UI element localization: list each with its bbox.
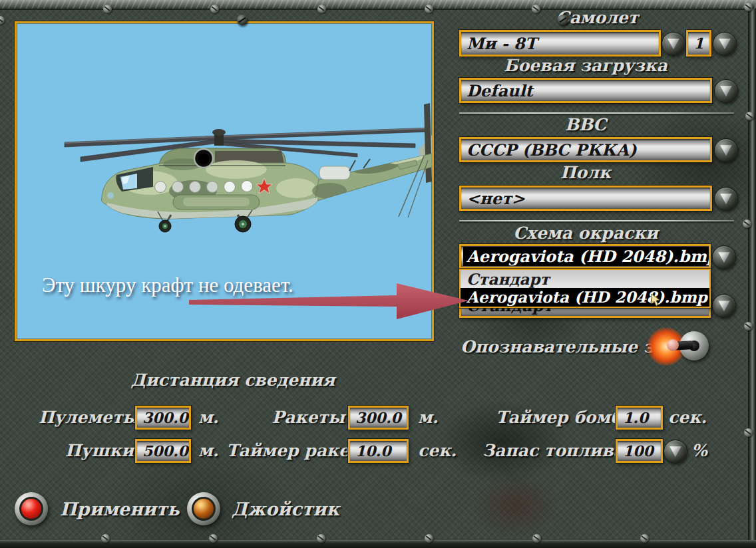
top-metal-band [0, 0, 756, 10]
bomb-timer-value: 1.0 [618, 409, 648, 426]
paint-scheme-section-label: Схема окраски [459, 223, 712, 243]
rocket-timer-value: 10.0 [350, 442, 391, 460]
chevron-down-icon [719, 144, 733, 156]
cannons-label: Пушки [65, 441, 132, 460]
machine-guns-field[interactable]: 300.0 [135, 406, 191, 430]
screw-icon [317, 534, 325, 543]
screw-icon [0, 16, 5, 25]
bolt-icon [237, 15, 248, 25]
screw-icon [745, 112, 754, 120]
fuel-value: 100 [618, 442, 654, 460]
chevron-down-icon [719, 84, 733, 97]
joystick-lamp-icon [194, 499, 214, 519]
machine-guns-label: Пулеметы [39, 408, 132, 427]
regiment-value: <нет> [461, 189, 525, 208]
bomb-timer-label: Таймер бомб: [496, 408, 612, 427]
fuel-label: Запас топлива [482, 441, 612, 460]
right-metal-band [748, 9, 756, 540]
chevron-down-icon [719, 192, 733, 205]
cannons-field[interactable]: 500.0 [135, 439, 191, 463]
chevron-down-icon [717, 251, 731, 263]
rockets-label: Ракеты [272, 408, 345, 427]
paint-scheme-selected-value: Aerogaviota (HD 2048).bmp [463, 247, 711, 266]
chevron-down-icon [717, 299, 731, 312]
airforce-select[interactable]: СССР (ВВС РККА) [459, 137, 712, 162]
airforce-value: СССР (ВВС РККА) [461, 140, 637, 160]
screw-icon [744, 3, 753, 11]
cannons-unit: м. [198, 441, 218, 460]
screw-icon [210, 5, 219, 13]
airforce-section-label: ВВС [459, 115, 712, 134]
bolt-icon [558, 15, 568, 25]
regiment-select[interactable]: <нет> [459, 186, 712, 211]
bomb-timer-unit: сек. [668, 408, 707, 427]
aircraft-dropdown-button[interactable] [662, 32, 685, 56]
aircraft-section-label: Самолет [459, 8, 735, 27]
dropdown-option-aerogaviota[interactable]: Aerogaviota (HD 2048).bmp [461, 288, 709, 307]
loadout-dropdown-button[interactable] [714, 79, 738, 103]
chevron-down-icon [718, 37, 731, 50]
chevron-down-icon [667, 37, 680, 50]
screw-icon [744, 428, 753, 437]
joystick-button[interactable] [187, 492, 220, 525]
annotation-arrow [185, 279, 472, 322]
rocket-timer-unit: сек. [418, 441, 457, 460]
regiment-dropdown-button[interactable] [714, 187, 738, 211]
cannons-value: 500.0 [137, 442, 188, 460]
rockets-unit: м. [418, 408, 438, 427]
screw-icon [532, 534, 541, 543]
screw-icon [640, 534, 649, 543]
screw-icon [425, 534, 433, 543]
loadout-section-label: Боевая загрузка [459, 56, 712, 75]
aircraft-arming-screen: Эту шкуру крафт не одевает. Самолет Ми -… [0, 0, 756, 548]
convergence-title: Дистанция сведения [126, 370, 339, 390]
fuel-unit: % [691, 441, 707, 460]
screw-icon [425, 5, 433, 13]
toggle-knob-icon [667, 339, 679, 351]
chevron-down-icon [669, 445, 682, 458]
separator-line [459, 220, 734, 221]
joystick-label[interactable]: Джойстик [232, 499, 339, 519]
aircraft-count-field[interactable]: 1 [686, 30, 711, 57]
apply-lamp-icon [21, 499, 41, 519]
regiment-section-label: Полк [459, 163, 712, 182]
rocket-timer-field[interactable]: 10.0 [348, 439, 409, 463]
screw-icon [317, 5, 326, 13]
aircraft-count-value: 1 [693, 35, 703, 52]
aircraft-value: Ми - 8Т [461, 34, 537, 53]
screw-icon [103, 5, 112, 13]
aircraft-count-dropdown-button[interactable] [713, 32, 737, 56]
screw-icon [532, 5, 540, 13]
loadout-value: Default [461, 81, 533, 100]
screw-icon [101, 534, 110, 543]
screw-icon [209, 534, 218, 543]
separator-line [459, 112, 734, 114]
apply-label[interactable]: Применить [60, 499, 180, 519]
fuel-field[interactable]: 100 [616, 439, 663, 463]
loadout-select[interactable]: Default [459, 78, 712, 103]
machine-guns-unit: м. [198, 408, 218, 427]
apply-button[interactable] [15, 492, 48, 525]
paint-scheme-select[interactable]: Aerogaviota (HD 2048).bmp [459, 244, 711, 269]
airforce-dropdown-button[interactable] [714, 138, 738, 162]
machine-guns-value: 300.0 [137, 409, 188, 426]
aircraft-select[interactable]: Ми - 8Т [459, 30, 661, 57]
dropdown-option-standard[interactable]: Стандарт [461, 270, 709, 288]
rockets-field[interactable]: 300.0 [348, 406, 409, 430]
rocket-timer-label: Таймер ракет: [226, 441, 345, 460]
mouse-cursor-icon [651, 294, 663, 307]
rockets-value: 300.0 [350, 409, 401, 426]
paint-scheme-secondary-dropdown-button[interactable] [712, 294, 736, 318]
fuel-dropdown-button[interactable] [663, 440, 687, 464]
paint-scheme-dropdown-list: Стандарт Aerogaviota (HD 2048).bmp [459, 269, 711, 308]
bomb-timer-field[interactable]: 1.0 [616, 406, 663, 430]
screw-icon [744, 322, 753, 331]
paint-scheme-dropdown-button[interactable] [712, 245, 736, 269]
screw-icon [743, 219, 751, 228]
